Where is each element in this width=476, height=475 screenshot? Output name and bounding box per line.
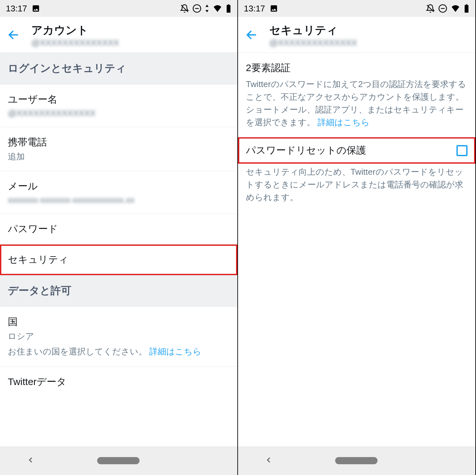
content-scroll: 2要素認証 Twitterのパスワードに加えて2つ目の認証方法を要求することで、… — [238, 53, 475, 475]
row-password-reset-protect[interactable]: パスワードリセットの保護 — [238, 137, 475, 164]
status-time: 13:17 — [6, 4, 27, 14]
row-title: 国 — [8, 315, 230, 329]
row-country[interactable]: 国 ロシア お住まいの国を選択してください。 詳細はこちら — [0, 307, 237, 367]
wifi-updown-icon — [205, 4, 209, 13]
mute-icon — [180, 4, 189, 13]
learn-more-link[interactable]: 詳細はこちら — [149, 347, 201, 356]
section-login-security: ログインとセキュリティ — [0, 53, 237, 84]
status-bar: 13:17 — [0, 0, 237, 17]
row-title: メール — [8, 180, 230, 193]
checkbox-password-reset[interactable] — [456, 145, 468, 156]
row-title: セキュリティ — [8, 253, 230, 266]
page-title: アカウント — [31, 23, 119, 38]
row-desc: お住まいの国を選択してください。 詳細はこちら — [8, 345, 230, 358]
app-header: セキュリティ @XXXXXXXXXXXXXX — [238, 17, 475, 53]
image-icon — [270, 4, 278, 13]
row-value: @XXXXXXXXXXXXXX — [8, 108, 230, 118]
mute-icon — [426, 4, 435, 13]
row-value: xxxxxxx-xxxxxxx-xxxxxxxxxxxx.xx — [8, 195, 230, 205]
content-scroll: ログインとセキュリティ ユーザー名 @XXXXXXXXXXXXXX 携帯電話 追… — [0, 53, 237, 475]
back-button[interactable] — [245, 29, 258, 42]
android-nav-bar — [0, 446, 237, 475]
battery-icon — [464, 4, 469, 13]
account-handle: @XXXXXXXXXXXXXX — [31, 38, 119, 48]
wifi-icon — [451, 4, 460, 13]
dnd-icon — [192, 4, 201, 13]
svg-rect-3 — [227, 5, 231, 13]
row-title: ユーザー名 — [8, 93, 230, 106]
svg-rect-4 — [228, 4, 230, 5]
dnd-icon — [438, 4, 447, 13]
row-email[interactable]: メール xxxxxxx-xxxxxxx-xxxxxxxxxxxx.xx — [0, 171, 237, 214]
phone-security-screen: 13:17 セキュリティ @XXXXXXXXXXXXXX 2要素認証 Twitt… — [238, 0, 476, 475]
svg-rect-9 — [465, 5, 469, 13]
account-handle: @XXXXXXXXXXXXXX — [269, 38, 357, 48]
row-password[interactable]: パスワード — [0, 214, 237, 245]
svg-rect-10 — [466, 4, 468, 5]
battery-icon — [226, 4, 231, 13]
row-title: 2要素認証 — [246, 61, 468, 75]
row-phone[interactable]: 携帯電話 追加 — [0, 127, 237, 171]
row-twitter-data[interactable]: Twitterデータ — [0, 367, 237, 397]
nav-home-pill[interactable] — [335, 457, 378, 464]
nav-back-button[interactable] — [264, 455, 273, 466]
phone-account-screen: 13:17 アカウント @XXXXXXXXXXXXXX ログインとセキュリティ … — [0, 0, 238, 475]
page-title: セキュリティ — [269, 23, 357, 38]
back-button[interactable] — [7, 29, 20, 42]
row-desc: セキュリティ向上のため、Twitterのパスワードをリセットするときにメールアド… — [246, 166, 468, 204]
app-header: アカウント @XXXXXXXXXXXXXX — [0, 17, 237, 53]
row-value: 追加 — [8, 151, 230, 162]
wifi-icon — [213, 4, 222, 13]
row-title: パスワードリセットの保護 — [246, 144, 366, 157]
row-title: Twitterデータ — [8, 375, 230, 389]
row-title: パスワード — [8, 222, 230, 236]
learn-more-link[interactable]: 詳細はこちら — [318, 117, 370, 127]
row-title: 携帯電話 — [8, 136, 230, 149]
android-nav-bar — [238, 446, 475, 475]
nav-back-button[interactable] — [26, 455, 35, 466]
row-username[interactable]: ユーザー名 @XXXXXXXXXXXXXX — [0, 84, 237, 127]
row-two-factor[interactable]: 2要素認証 Twitterのパスワードに加えて2つ目の認証方法を要求することで、… — [238, 53, 475, 137]
row-desc: Twitterのパスワードに加えて2つ目の認証方法を要求することで、不正なアクセ… — [246, 78, 468, 129]
section-data-permissions: データと許可 — [0, 275, 237, 307]
row-security[interactable]: セキュリティ — [0, 245, 237, 275]
row-value: ロシア — [8, 331, 230, 342]
nav-home-pill[interactable] — [97, 457, 140, 464]
status-time: 13:17 — [244, 4, 265, 14]
image-icon — [32, 4, 40, 13]
row-password-reset-desc: セキュリティ向上のため、Twitterのパスワードをリセットするときにメールアド… — [238, 164, 475, 212]
status-bar: 13:17 — [238, 0, 475, 17]
